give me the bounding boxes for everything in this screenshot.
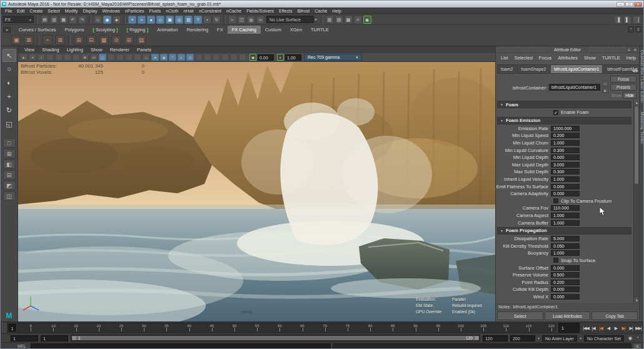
close-button[interactable]: ×: [634, 2, 642, 7]
chevron-down-icon[interactable]: ▾: [538, 336, 540, 340]
sidebar-channel-box-icon[interactable]: ▕: [633, 16, 641, 24]
pin-panel-icon[interactable]: +: [626, 47, 631, 52]
field-min-liquid-speed[interactable]: 0.200: [551, 133, 580, 138]
command-input[interactable]: [31, 343, 331, 349]
section-header-foam-emission[interactable]: ▼Foam Emission: [497, 117, 631, 124]
tab-scroll-right-icon[interactable]: ▶: [635, 68, 638, 73]
checkbox-clip-to-camera-frustum[interactable]: [553, 198, 558, 203]
ipr-render-icon[interactable]: ▨: [335, 16, 343, 24]
motion-blur-icon[interactable]: [195, 54, 203, 61]
field-emit-flatness-to-surface[interactable]: 0.000: [551, 184, 580, 190]
focus-button[interactable]: Focus: [610, 76, 636, 83]
checkbox-snap-to-surface[interactable]: [553, 258, 558, 263]
grid-icon[interactable]: #: [81, 54, 89, 61]
reflection-icon[interactable]: ∞: [256, 16, 264, 24]
live-surface-field[interactable]: No Live Surface: [266, 16, 314, 23]
step-back-frame-button[interactable]: |◀: [590, 324, 597, 332]
ncache-delete-icon[interactable]: ⊠: [55, 35, 65, 45]
scale-tool-icon[interactable]: ◱: [3, 118, 16, 131]
menu-edit[interactable]: Edit: [14, 8, 27, 14]
shelf-menu-icon[interactable]: ≡: [635, 26, 641, 33]
current-frame-marker[interactable]: 1: [9, 324, 16, 331]
go-to-start-button[interactable]: |◀◀: [582, 324, 590, 332]
shelf-tab-sculpting[interactable]: [ Sculpting ]: [88, 26, 122, 34]
field-min-liquid-churn[interactable]: 1.000: [551, 140, 580, 146]
menu-ncache[interactable]: nCache: [224, 8, 244, 14]
sidebar-attribute-editor-icon[interactable]: ▐: [614, 16, 622, 24]
container-name-input[interactable]: bifrostLiquidContainer1: [549, 84, 600, 91]
checkbox-enable-foam[interactable]: ✓: [553, 110, 558, 115]
cache-disable-icon[interactable]: ⊘: [111, 35, 121, 45]
shelf-tab-rigging[interactable]: [ Rigging ]: [123, 26, 153, 34]
construction-history-icon[interactable]: ↻: [213, 16, 221, 24]
menu-display[interactable]: Display: [80, 8, 99, 14]
copy-tab-button[interactable]: Copy Tab: [591, 311, 638, 320]
shelf-overflow-icon[interactable]: ○: [4, 38, 9, 43]
range-end-handle[interactable]: [475, 336, 479, 340]
select-button[interactable]: Select: [497, 311, 543, 320]
shelf-tab-polygons[interactable]: Polygons: [61, 26, 89, 34]
menu-bifrost[interactable]: Bifrost: [294, 8, 312, 14]
maximize-button[interactable]: □: [625, 2, 633, 7]
geometry-cache-create-icon[interactable]: ⊞: [74, 35, 84, 45]
viewport-menu-renderer[interactable]: Renderer: [106, 47, 133, 53]
field-min-liquid-curvature[interactable]: 0.300: [551, 148, 580, 153]
load-attributes-button[interactable]: Load Attributes: [545, 311, 591, 320]
gate-mask-icon[interactable]: [108, 54, 115, 61]
lock-selection-icon[interactable]: ▪: [203, 16, 211, 24]
input-connections-icon[interactable]: ▥: [184, 16, 193, 24]
persp-graph-layout-button[interactable]: ⊟: [3, 170, 16, 180]
lasso-select-tool-icon[interactable]: ○: [3, 63, 16, 76]
attribute-editor-title-bar[interactable]: Attribute Editor + ×: [496, 46, 639, 53]
select-component-icon[interactable]: ◈: [113, 16, 121, 24]
range-start-handle[interactable]: [72, 336, 76, 340]
snap-view-plane-icon[interactable]: ▣: [166, 16, 174, 24]
menu-fluids[interactable]: Fluids: [147, 8, 164, 14]
depth-of-field-icon[interactable]: [213, 54, 220, 61]
ae-menu-focus[interactable]: Focus: [536, 55, 555, 61]
menu-help[interactable]: Help: [330, 8, 343, 14]
snap-point-icon[interactable]: ●: [147, 16, 155, 24]
safe-title-icon[interactable]: [134, 54, 141, 61]
shelf-tab-turtle[interactable]: TURTLE: [306, 26, 333, 34]
title-bar[interactable]: M Autodesk Maya 2016 - Not for Resale: D…: [1, 1, 643, 8]
section-header-foam-propagation[interactable]: ▼Foam Propagation: [497, 227, 631, 235]
viewport-menu-show[interactable]: Show: [87, 47, 106, 53]
shelf-tab-custom[interactable]: Custom: [261, 26, 286, 34]
ae-menu-turtle[interactable]: TURTLE: [599, 55, 623, 61]
four-pane-layout-button[interactable]: ⊞: [3, 149, 16, 158]
ae-tab-foam2[interactable]: foam2: [497, 64, 516, 74]
selection-highlight-icon[interactable]: ?: [194, 16, 202, 24]
timeline-ruler[interactable]: 1 51015202530354045505560657075808590951…: [8, 323, 556, 333]
range-slider[interactable]: 1 120: [71, 335, 480, 341]
menu-effects[interactable]: Effects: [276, 8, 294, 14]
field-emission-rate[interactable]: 1000.000: [551, 126, 580, 131]
plugin-shapes-icon[interactable]: [239, 54, 246, 61]
notes-row[interactable]: Notes: bifrostLiquidContainer1: [496, 303, 639, 311]
sidebar-tab-channel-box-layer-editor[interactable]: Channel Box / Layer Editor: [640, 50, 644, 103]
rotate-tool-icon[interactable]: ↻: [3, 104, 16, 117]
shelf-tab-xgen[interactable]: XGen: [286, 26, 306, 34]
ae-menu-selected[interactable]: Selected: [511, 55, 536, 61]
tab-scroll-left-icon[interactable]: ◀: [632, 68, 635, 73]
open-scene-icon[interactable]: ▥: [50, 16, 58, 24]
snap-projected-center-icon[interactable]: ◇: [156, 16, 164, 24]
field-chart-icon[interactable]: [116, 54, 124, 61]
ncache-create-icon[interactable]: ≈: [43, 35, 53, 45]
exposure-field[interactable]: 0.00: [258, 54, 274, 61]
playback-start-field[interactable]: 1: [41, 335, 68, 341]
shaded-icon[interactable]: ●: [151, 54, 159, 61]
shelf-gear-icon[interactable]: *: [628, 26, 634, 33]
bookmark-icon[interactable]: [46, 54, 54, 61]
menu-select[interactable]: Select: [45, 8, 62, 14]
outliner-persp-layout-button[interactable]: ◫: [3, 191, 16, 201]
playback-end-field[interactable]: 120: [483, 335, 508, 341]
geometry-cache-delete-icon[interactable]: ⊟: [86, 35, 96, 45]
cache-enable-icon[interactable]: ▦: [99, 35, 109, 45]
expand-connection-icon[interactable]: ▸: [602, 88, 608, 93]
field-collide-kill-depth[interactable]: 0.000: [551, 286, 580, 292]
chevron-down-icon[interactable]: ▾: [580, 336, 581, 340]
snap-magnet-icon[interactable]: ≈: [228, 16, 236, 24]
playblast-store-icon[interactable]: ▣: [11, 35, 21, 45]
animation-start-field[interactable]: 1: [11, 335, 38, 341]
